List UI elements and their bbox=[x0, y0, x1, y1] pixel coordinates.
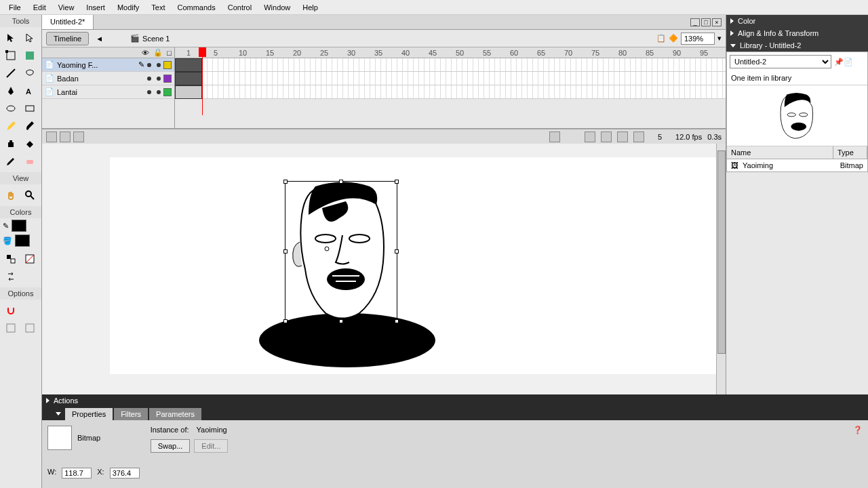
menu-modify[interactable]: Modify bbox=[111, 3, 145, 12]
line-tool[interactable] bbox=[3, 65, 19, 81]
edit-button[interactable]: Edit... bbox=[194, 439, 228, 453]
zoom-dropdown-icon[interactable]: ▾ bbox=[717, 34, 722, 43]
tab-filters[interactable]: Filters bbox=[114, 408, 148, 420]
add-layer-btn[interactable] bbox=[46, 131, 57, 142]
fill-color-swatch[interactable] bbox=[15, 235, 30, 247]
add-motion-guide-btn[interactable] bbox=[60, 131, 71, 142]
edit-scene-icon[interactable]: 📋 bbox=[656, 34, 666, 43]
smooth-btn[interactable] bbox=[3, 320, 19, 336]
ink-bottle-tool[interactable] bbox=[3, 136, 19, 152]
straighten-btn[interactable] bbox=[22, 320, 38, 336]
minimize-btn[interactable]: _ bbox=[690, 18, 700, 26]
menu-commands[interactable]: Commands bbox=[171, 3, 221, 12]
actions-panel-header[interactable]: Actions bbox=[42, 394, 868, 407]
library-item[interactable]: 🖼 Yaoiming Bitmap bbox=[727, 159, 867, 171]
free-transform-tool[interactable] bbox=[3, 47, 19, 64]
layer-color-swatch[interactable] bbox=[163, 61, 172, 69]
scene-name[interactable]: Scene 1 bbox=[142, 35, 170, 43]
swap-button[interactable]: Swap... bbox=[151, 439, 191, 453]
menu-view[interactable]: View bbox=[52, 3, 81, 12]
edit-symbols-icon[interactable]: 🔶 bbox=[669, 34, 678, 43]
paint-bucket-tool[interactable] bbox=[22, 136, 38, 152]
align-panel-header[interactable]: Align & Info & Transform bbox=[726, 27, 868, 39]
snap-btn[interactable] bbox=[3, 302, 19, 319]
col-type[interactable]: Type bbox=[833, 146, 867, 159]
tab-properties[interactable]: Properties bbox=[65, 408, 113, 420]
playhead[interactable] bbox=[202, 47, 203, 115]
layer-color-swatch[interactable] bbox=[163, 75, 172, 83]
doc-tab-untitled[interactable]: Untitled-2* bbox=[42, 15, 94, 29]
frame-ruler[interactable]: 1 5 10 15 20 25 30 35 40 45 50 55 60 65 … bbox=[175, 47, 726, 58]
brush-tool[interactable] bbox=[22, 118, 38, 134]
back-arrow-icon[interactable]: ◄ bbox=[96, 35, 103, 43]
subselection-tool[interactable] bbox=[22, 30, 38, 46]
eraser-tool[interactable] bbox=[22, 153, 38, 169]
new-lib-icon[interactable]: 📄 bbox=[844, 58, 853, 66]
handle-tl[interactable] bbox=[283, 180, 288, 184]
onion-outline-btn[interactable] bbox=[617, 131, 628, 142]
handle-tm[interactable] bbox=[339, 180, 343, 184]
add-folder-btn[interactable] bbox=[73, 131, 84, 142]
oval-tool[interactable] bbox=[3, 100, 19, 117]
delete-layer-btn[interactable] bbox=[549, 131, 560, 142]
zoom-input[interactable] bbox=[681, 33, 715, 45]
library-panel-header[interactable]: Library - Untitled-2 bbox=[726, 39, 868, 52]
center-frame-btn[interactable] bbox=[585, 131, 595, 142]
layer-badan[interactable]: 📄 Badan bbox=[42, 72, 174, 85]
eye-icon[interactable]: 👁 bbox=[142, 49, 149, 57]
handle-br[interactable] bbox=[395, 319, 399, 323]
lasso-tool[interactable] bbox=[22, 65, 38, 81]
layer-yaoming[interactable]: 📄 Yaoming F... ✎ bbox=[42, 58, 174, 72]
pin-icon[interactable]: 📌 bbox=[834, 58, 844, 66]
menu-edit[interactable]: Edit bbox=[27, 3, 52, 12]
canvas-area[interactable] bbox=[42, 144, 726, 409]
menu-file[interactable]: File bbox=[3, 3, 27, 12]
layer-lantai[interactable]: 📄 Lantai bbox=[42, 85, 174, 99]
stage[interactable] bbox=[110, 157, 720, 374]
swap-colors-btn[interactable] bbox=[3, 268, 19, 285]
menu-window[interactable]: Window bbox=[258, 3, 296, 12]
handle-bm[interactable] bbox=[339, 319, 343, 323]
selected-bitmap[interactable] bbox=[285, 181, 397, 322]
menu-text[interactable]: Text bbox=[145, 3, 171, 12]
v-scrollbar[interactable] bbox=[716, 144, 726, 400]
zoom-tool[interactable] bbox=[22, 187, 38, 203]
tab-parameters[interactable]: Parameters bbox=[149, 408, 201, 420]
maximize-btn[interactable]: □ bbox=[701, 18, 711, 26]
menu-insert[interactable]: Insert bbox=[80, 3, 111, 12]
handle-bl[interactable] bbox=[283, 319, 288, 323]
gradient-tool[interactable] bbox=[22, 47, 38, 64]
close-btn[interactable]: × bbox=[712, 18, 722, 26]
layer-color-swatch[interactable] bbox=[163, 88, 172, 96]
pen-tool[interactable] bbox=[3, 83, 19, 99]
handle-ml[interactable] bbox=[283, 249, 288, 253]
frames-panel[interactable]: 1 5 10 15 20 25 30 35 40 45 50 55 60 65 … bbox=[175, 47, 726, 128]
width-input[interactable] bbox=[62, 468, 92, 479]
help-icon[interactable]: ❓ bbox=[853, 426, 863, 434]
outline-icon[interactable]: □ bbox=[167, 49, 172, 57]
x-input[interactable] bbox=[110, 468, 140, 479]
library-doc-select[interactable]: Untitled-2 bbox=[730, 55, 831, 68]
timeline-toggle[interactable]: Timeline bbox=[46, 32, 89, 45]
rectangle-tool[interactable] bbox=[22, 100, 38, 117]
frame-row[interactable] bbox=[175, 58, 726, 72]
selection-tool[interactable] bbox=[3, 30, 19, 46]
handle-mr[interactable] bbox=[395, 249, 399, 253]
hand-tool[interactable] bbox=[3, 187, 19, 203]
lock-icon[interactable]: 🔒 bbox=[153, 48, 163, 57]
color-panel-header[interactable]: Color bbox=[726, 15, 868, 27]
edit-frames-btn[interactable] bbox=[633, 131, 644, 142]
no-color-btn[interactable] bbox=[22, 251, 38, 267]
eyedropper-tool[interactable] bbox=[3, 153, 19, 169]
handle-tr[interactable] bbox=[395, 180, 399, 184]
col-name[interactable]: Name bbox=[727, 146, 833, 159]
menu-help[interactable]: Help bbox=[296, 3, 324, 12]
stroke-color-swatch[interactable] bbox=[12, 220, 26, 232]
menu-control[interactable]: Control bbox=[222, 3, 258, 12]
frame-row[interactable] bbox=[175, 85, 726, 99]
text-tool[interactable]: A bbox=[22, 83, 38, 99]
onion-skin-btn[interactable] bbox=[601, 131, 612, 142]
pencil-tool[interactable] bbox=[3, 118, 19, 134]
frame-row[interactable] bbox=[175, 72, 726, 85]
black-white-btn[interactable] bbox=[3, 251, 19, 267]
